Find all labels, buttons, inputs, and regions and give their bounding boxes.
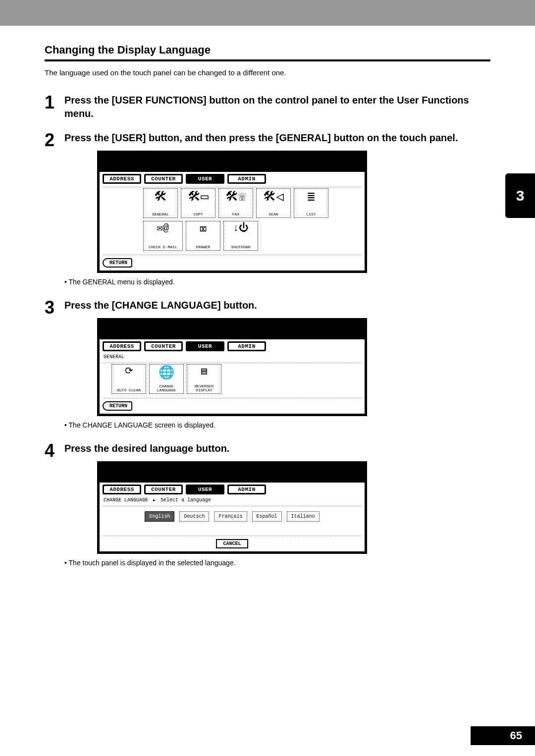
icon-grid: 🛠︎ GENERAL 🛠︎▭ COPY 🛠︎☏ FAX 🛠︎◁ xyxy=(103,187,362,255)
step-text: Press the [USER FUNCTIONS] button on the… xyxy=(64,94,490,120)
wrench-phone-icon: 🛠︎☏ xyxy=(225,191,246,204)
icon-label: FAX xyxy=(232,213,239,216)
icon-label: DRAWER xyxy=(196,245,211,249)
list-button[interactable]: ≣ LIST xyxy=(294,188,328,218)
touch-panel-screenshot-1: ADDRESS COUNTER USER ADMIN 🛠︎ GENERAL 🛠︎… xyxy=(97,151,367,273)
intro-text: The language used on the touch panel can… xyxy=(45,68,490,77)
tab-address[interactable]: ADDRESS xyxy=(103,341,141,351)
drawer-icon: ⌧ xyxy=(199,223,207,236)
step-text: Press the desired language button. xyxy=(64,442,490,455)
language-deutsch-button[interactable]: Deutsch xyxy=(179,511,209,522)
breadcrumb-prompt: Select a language xyxy=(160,497,211,503)
touch-panel-screenshot-3: ADDRESS COUNTER USER ADMIN CHANGE LANGUA… xyxy=(97,461,367,554)
shutdown-icon: ↓⏻ xyxy=(233,223,249,233)
tab-address[interactable]: ADDRESS xyxy=(103,485,141,494)
step-1: 1 Press the [USER FUNCTIONS] button on t… xyxy=(45,94,490,126)
chapter-tab: 3 xyxy=(505,173,535,218)
touch-panel-screenshot-2: ADDRESS COUNTER USER ADMIN GENERAL ⟳ AUT… xyxy=(97,318,367,416)
tab-counter[interactable]: COUNTER xyxy=(144,485,183,494)
icon-label: REVERSED DISPLAY xyxy=(195,384,214,392)
step-note: The GENERAL menu is displayed. xyxy=(64,278,490,286)
icon-grid: ⟳ AUTO CLEAR 🌐 CHANGE LANGUAGE ▤ REVERSE… xyxy=(103,363,362,398)
return-button[interactable]: RETURN xyxy=(103,258,132,268)
tab-admin[interactable]: ADMIN xyxy=(227,341,266,351)
scan-button[interactable]: 🛠︎◁ SCAN xyxy=(256,188,291,218)
tab-admin[interactable]: ADMIN xyxy=(227,174,266,184)
step-text: Press the [USER] button, and then press … xyxy=(64,131,490,145)
tab-row: ADDRESS COUNTER USER ADMIN xyxy=(103,341,362,351)
tab-row: ADDRESS COUNTER USER ADMIN xyxy=(103,485,362,494)
tab-user[interactable]: USER xyxy=(186,341,224,351)
auto-clear-button[interactable]: ⟳ AUTO CLEAR xyxy=(111,364,146,394)
step-number: 3 xyxy=(45,299,64,437)
list-icon: ≣ xyxy=(307,191,315,204)
icon-label: LIST xyxy=(306,213,316,216)
step-number: 2 xyxy=(45,131,64,294)
change-language-button[interactable]: 🌐 CHANGE LANGUAGE xyxy=(149,364,184,394)
language-row: English Deutsch Français Español Italian… xyxy=(103,506,362,536)
section-title: Changing the Display Language xyxy=(45,44,490,61)
language-english-button[interactable]: English xyxy=(145,511,174,522)
chevron-right-icon xyxy=(151,497,158,503)
icon-label: CHANGE LANGUAGE xyxy=(157,384,176,392)
email-icon: ✉@ xyxy=(157,223,169,233)
tab-address[interactable]: ADDRESS xyxy=(103,174,141,184)
shutdown-button[interactable]: ↓⏻ SHUTDOWN xyxy=(223,221,258,251)
globe-icon: 🌐 xyxy=(159,367,174,379)
wrench-doc-icon: 🛠︎▭ xyxy=(188,191,209,204)
step-4: 4 Press the desired language button. ADD… xyxy=(45,442,490,575)
breadcrumb: CHANGE LANGUAGE Select a language xyxy=(104,497,362,503)
step-text: Press the [CHANGE LANGUAGE] button. xyxy=(64,299,490,312)
icon-label: SCAN xyxy=(268,213,278,216)
copy-button[interactable]: 🛠︎▭ COPY xyxy=(181,188,215,218)
icon-label: COPY xyxy=(193,213,203,216)
general-button[interactable]: 🛠︎ GENERAL xyxy=(143,188,178,218)
breadcrumb-title: CHANGE LANGUAGE xyxy=(104,497,148,503)
reversed-display-button[interactable]: ▤ REVERSED DISPLAY xyxy=(187,364,221,394)
fax-button[interactable]: 🛠︎☏ FAX xyxy=(218,188,253,218)
header-gap xyxy=(0,26,535,44)
icon-label: AUTO CLEAR xyxy=(117,388,141,392)
auto-clear-icon: ⟳ xyxy=(125,367,133,377)
drawer-button[interactable]: ⌧ DRAWER xyxy=(186,221,220,251)
icon-label: GENERAL xyxy=(152,213,169,216)
tab-user[interactable]: USER xyxy=(186,174,224,184)
step-3: 3 Press the [CHANGE LANGUAGE] button. AD… xyxy=(45,299,490,437)
language-espanol-button[interactable]: Español xyxy=(252,511,282,522)
tab-admin[interactable]: ADMIN xyxy=(227,485,266,494)
step-note: The touch panel is displayed in the sele… xyxy=(64,559,490,567)
language-italiano-button[interactable]: Italiano xyxy=(287,511,320,522)
wrench-papers-icon: 🛠︎ xyxy=(154,191,167,204)
top-gray-bar xyxy=(0,0,535,26)
page-number: 65 xyxy=(471,726,535,745)
wrench-scan-icon: 🛠︎◁ xyxy=(263,191,284,204)
reversed-display-icon: ▤ xyxy=(201,367,207,377)
language-francais-button[interactable]: Français xyxy=(214,511,247,522)
step-2: 2 Press the [USER] button, and then pres… xyxy=(45,131,490,294)
step-number: 4 xyxy=(45,442,64,575)
tab-row: ADDRESS COUNTER USER ADMIN xyxy=(103,174,362,184)
cancel-button[interactable]: CANCEL xyxy=(216,539,248,548)
icon-label: CHECK E-MAIL xyxy=(149,245,177,249)
check-email-button[interactable]: ✉@ CHECK E-MAIL xyxy=(143,221,183,251)
step-number: 1 xyxy=(45,94,64,126)
tab-counter[interactable]: COUNTER xyxy=(144,174,183,184)
return-button[interactable]: RETURN xyxy=(103,401,132,411)
step-note: The CHANGE LANGUAGE screen is displayed. xyxy=(64,421,490,429)
sub-heading: GENERAL xyxy=(104,354,362,360)
tab-counter[interactable]: COUNTER xyxy=(144,341,183,351)
icon-label: SHUTDOWN xyxy=(231,245,250,249)
tab-user[interactable]: USER xyxy=(186,485,224,494)
